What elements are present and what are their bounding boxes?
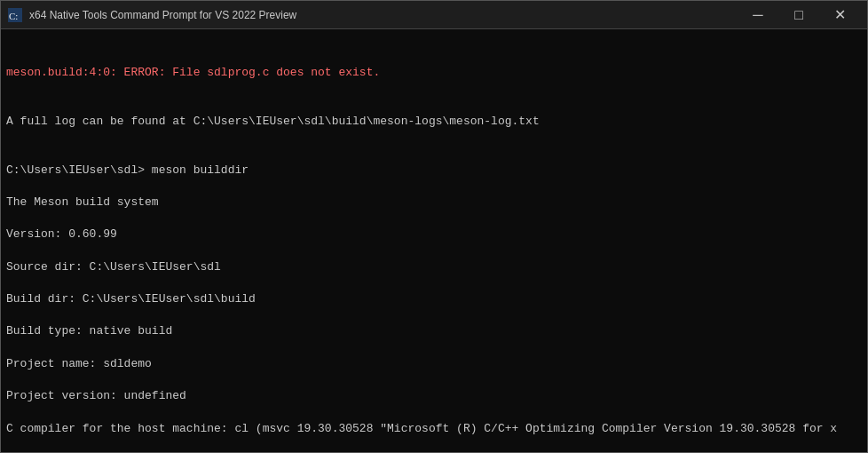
terminal-line: A full log can be found at C:\Users\IEUs… — [6, 114, 862, 130]
window-title: x64 Native Tools Command Prompt for VS 2… — [29, 9, 296, 21]
title-bar-left: C: x64 Native Tools Command Prompt for V… — [8, 8, 296, 22]
minimize-button[interactable]: ─ — [738, 1, 778, 29]
window: C: x64 Native Tools Command Prompt for V… — [0, 0, 868, 453]
terminal-line: Source dir: C:\Users\IEUser\sdl — [6, 259, 862, 275]
svg-text:C:: C: — [9, 11, 18, 21]
cmd-icon: C: — [8, 8, 22, 22]
title-bar-controls: ─ □ ✕ — [738, 1, 860, 29]
title-bar: C: x64 Native Tools Command Prompt for V… — [1, 1, 867, 29]
maximize-button[interactable]: □ — [778, 1, 819, 29]
terminal-line: C:\Users\IEUser\sdl> meson builddir — [6, 163, 862, 179]
close-button[interactable]: ✕ — [819, 1, 860, 29]
terminal-output: meson.build:4:0: ERROR: File sdlprog.c d… — [1, 29, 867, 452]
terminal-line: Version: 0.60.99 — [6, 226, 862, 242]
terminal-line: The Meson build system — [6, 195, 862, 211]
terminal-line: Project version: undefined — [6, 388, 862, 404]
terminal-line: meson.build:4:0: ERROR: File sdlprog.c d… — [6, 65, 862, 81]
terminal-line: C compiler for the host machine: cl (msv… — [6, 421, 862, 437]
terminal-line: Build dir: C:\Users\IEUser\sdl\build — [6, 291, 862, 307]
terminal-line: Build type: native build — [6, 323, 862, 339]
terminal-line: Project name: sdldemo — [6, 356, 862, 372]
